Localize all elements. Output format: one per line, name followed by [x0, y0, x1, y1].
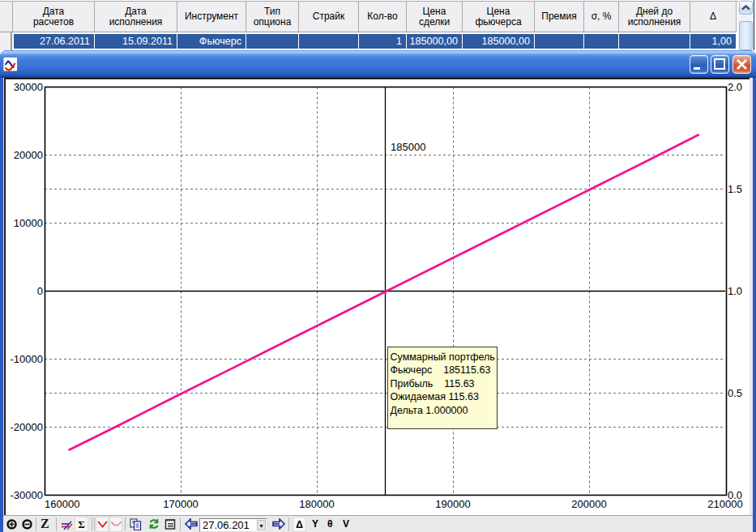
- svg-text:30000: 30000: [14, 81, 43, 93]
- svg-text:Прибыль 115.63: Прибыль 115.63: [391, 378, 475, 389]
- svg-text:Суммарный портфель: Суммарный портфель: [391, 351, 495, 363]
- svg-text:210000: 210000: [707, 498, 742, 510]
- svg-text:180000: 180000: [299, 498, 334, 510]
- svg-text:-10000: -10000: [11, 353, 43, 365]
- svg-text:20000: 20000: [14, 149, 43, 161]
- svg-text:200000: 200000: [571, 498, 606, 510]
- svg-text:1.5: 1.5: [728, 183, 742, 195]
- svg-text:-20000: -20000: [11, 421, 43, 433]
- svg-text:185000: 185000: [391, 141, 425, 153]
- svg-text:10000: 10000: [14, 217, 43, 229]
- svg-text:170000: 170000: [163, 498, 198, 510]
- svg-text:190000: 190000: [435, 498, 470, 510]
- svg-text:160000: 160000: [45, 498, 79, 510]
- svg-text:Ожидаемая 115.63: Ожидаемая 115.63: [391, 391, 479, 402]
- svg-text:2.0: 2.0: [728, 81, 742, 93]
- svg-text:1.0: 1.0: [728, 285, 742, 297]
- svg-text:0.5: 0.5: [728, 387, 742, 399]
- svg-text:Дельта 1.000000: Дельта 1.000000: [391, 405, 468, 416]
- svg-text:0: 0: [37, 285, 43, 297]
- svg-text:-30000: -30000: [11, 489, 43, 501]
- svg-text:Фьючерс 185115.63: Фьючерс 185115.63: [391, 364, 491, 376]
